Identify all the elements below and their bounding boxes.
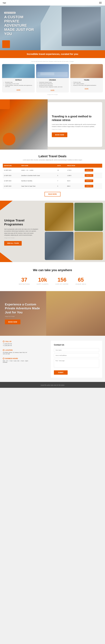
stats-heading: We can take you anywhere bbox=[3, 268, 102, 272]
prog-image-4 bbox=[74, 232, 103, 260]
table-row: 13 SEP 2023 Namibia to Namibia 7 910 € V… bbox=[3, 178, 102, 184]
contact-location-block: LOCATION 101 Block Street, 21 Avenue, Ne… bbox=[3, 349, 48, 354]
nav-menu-button[interactable] bbox=[98, 2, 102, 4]
stress-body: Lorem ipsum dolor sit amet, consectetur … bbox=[52, 124, 98, 128]
trip-days: 5 bbox=[56, 184, 66, 189]
form-message-field bbox=[54, 359, 99, 368]
card-hotels: HOTELS Breakfast daily 4 star dining on … bbox=[2, 64, 35, 92]
bullet: Private port hosts, shipboard credits, a… bbox=[39, 86, 67, 88]
view-all-tours-button[interactable]: VIEW ALL TOURS bbox=[4, 241, 22, 246]
departure-date: 13 SEP 2023 bbox=[3, 184, 20, 189]
card-cruises-bullets: Dedicated onboard hosts Private balcony … bbox=[38, 82, 67, 88]
contact-hours-text: Mon - Fri — 9 am - 6 pm, Sat — 9 am - 12… bbox=[3, 360, 48, 363]
hero-section: Image from Freepik A CUSTOM PRIVATE ADVE… bbox=[0, 6, 105, 50]
trip-price: 868 € bbox=[66, 184, 84, 189]
cards-subtitle: You can add and edit content from Templa… bbox=[2, 61, 103, 62]
experience-person-image bbox=[46, 291, 105, 336]
bullet: 200+ vetted providers bbox=[73, 83, 101, 84]
programmes-images-grid bbox=[43, 201, 105, 262]
experience-credit: Image from Freepik bbox=[5, 316, 41, 317]
banner: Incredible travel experiences, curated f… bbox=[0, 50, 105, 58]
deals-table: DEPARTURE TRIP NAME DAYS PRICE FROM 13 S… bbox=[3, 164, 102, 189]
view-trip-button[interactable]: VIEW TRIP bbox=[85, 174, 93, 177]
stress-heading: Traveling is a good method to release st… bbox=[52, 114, 98, 122]
programmes-section: Unique Travel Programmes Sed ut perspici… bbox=[0, 201, 105, 262]
stat-item-coffee: 156 CUPS OF COFFEE bbox=[55, 277, 68, 285]
footer-text: Cancel the active state entry for this b… bbox=[41, 384, 65, 386]
col-trip-name: TRIP NAME bbox=[20, 164, 56, 168]
prog-image-2 bbox=[74, 203, 103, 231]
nav-logo: logo bbox=[3, 2, 6, 4]
programmes-heading: Unique Travel Programmes bbox=[4, 218, 40, 226]
contact-phone2: +1 (234) 987-65 bbox=[3, 345, 48, 346]
cards-row: HOTELS Breakfast daily 4 star dining on … bbox=[2, 64, 103, 92]
hero-image-credit: Image from Freepik bbox=[4, 12, 16, 14]
read-more-button[interactable]: READ MORE bbox=[45, 192, 60, 196]
name-input[interactable] bbox=[54, 348, 99, 352]
departure-date: 13 SEP 2023 bbox=[3, 173, 20, 178]
bullet: Private transfers, welcome amenities and… bbox=[5, 85, 33, 87]
book-now-button[interactable]: BOOK NOW bbox=[52, 132, 67, 137]
card-cruises-title: CRUISES bbox=[38, 79, 67, 81]
trip-name: Lorem — to — Lorem bbox=[20, 168, 56, 173]
stat-number: 37 bbox=[19, 277, 30, 283]
trip-days: 7 bbox=[56, 178, 66, 184]
navbar: logo bbox=[0, 0, 105, 6]
contact-section: CALL US +1 (234) 567-89 +1 (234) 987-65 … bbox=[0, 336, 105, 382]
bullet: Exclusive shore excursions bbox=[39, 85, 67, 86]
bullet: 4 star dining on room credit bbox=[5, 83, 33, 84]
hero-heading: A CUSTOM PRIVATE ADVENTURE MADE JUST FOR… bbox=[4, 15, 39, 36]
card-tours-title: TOURS bbox=[72, 79, 101, 81]
experience-heading: Experience a Custom Private Adventure Ma… bbox=[5, 302, 41, 314]
col-departure: DEPARTURE bbox=[3, 164, 20, 168]
footer: Cancel the active state entry for this b… bbox=[0, 382, 105, 388]
form-email-field bbox=[54, 354, 99, 357]
location-icon bbox=[3, 349, 5, 351]
contact-form-title: Contact Us bbox=[54, 344, 99, 346]
bullet: Private balcony staterooms bbox=[39, 83, 67, 84]
card-hotels-bullets: Breakfast daily 4 star dining on room cr… bbox=[4, 82, 33, 87]
card-hotels-more[interactable]: MORE bbox=[17, 89, 20, 90]
deals-table-header: DEPARTURE TRIP NAME DAYS PRICE FROM bbox=[3, 164, 102, 168]
deals-section: Latest Travel Deals Lorem ipsum dolor si… bbox=[0, 150, 105, 201]
stress-orange-circle bbox=[3, 133, 15, 146]
stat-label: DESTINATIONS bbox=[19, 284, 30, 285]
form-name-field bbox=[54, 348, 99, 352]
col-days: DAYS bbox=[56, 164, 66, 168]
submit-button[interactable]: SUBMIT bbox=[54, 370, 68, 375]
view-trip-button[interactable]: VIEW TRIP bbox=[85, 180, 93, 182]
message-textarea[interactable] bbox=[54, 359, 99, 368]
table-row: 13 SEP 2023 Zanzibar to Zanzibar North C… bbox=[3, 173, 102, 178]
contact-hours-block: BUSINESS HOURS Mon - Fri — 9 am - 6 pm, … bbox=[3, 358, 48, 363]
trip-price: 1.268 € bbox=[66, 173, 84, 178]
contact-call-title: CALL US bbox=[3, 341, 48, 342]
col-action bbox=[84, 164, 102, 168]
hero-content: Image from Freepik A CUSTOM PRIVATE ADVE… bbox=[0, 6, 43, 42]
experience-book-button[interactable]: BOOK NOW bbox=[5, 320, 21, 324]
card-cruises-more[interactable]: MORE bbox=[51, 90, 54, 91]
view-trip-button[interactable]: VIEW TRIP bbox=[85, 185, 93, 188]
table-row: 13 SEP 2023 Cape Town to Cape Town 5 868… bbox=[3, 184, 102, 189]
prog-image-1 bbox=[45, 203, 73, 231]
contact-row: CALL US +1 (234) 567-89 +1 (234) 987-65 … bbox=[3, 341, 102, 378]
stat-label: UNIQUE IDEAS bbox=[75, 284, 86, 285]
stats-section: We can take you anywhere 37 DESTINATIONS… bbox=[0, 262, 105, 291]
card-hotels-title: HOTELS bbox=[4, 79, 33, 81]
stress-credit: Image from Freepik bbox=[52, 129, 98, 130]
view-trip-button[interactable]: VIEW TRIP bbox=[85, 169, 93, 172]
stress-section: Traveling is a good method to release st… bbox=[0, 99, 105, 150]
phone-icon bbox=[3, 341, 5, 342]
trip-name: Zanzibar to Zanzibar North Coast bbox=[20, 173, 56, 178]
table-row: 13 SEP 2023 Lorem — to — Lorem 15 1.723 … bbox=[3, 168, 102, 173]
contact-location-title: LOCATION bbox=[3, 349, 48, 351]
card-tours-more[interactable]: MORE bbox=[85, 88, 88, 89]
stats-row: 37 DESTINATIONS 10k HAPPY CLIENTS 156 CU… bbox=[3, 277, 102, 285]
card-tours: TOURS Preferred rates 200+ vetted provid… bbox=[70, 64, 103, 92]
programmes-credit: Images from Freepik bbox=[4, 237, 40, 238]
stat-item-clients: 10k HAPPY CLIENTS bbox=[37, 277, 48, 285]
bullet: Access to more than 2,500 global destina… bbox=[73, 85, 101, 86]
bullet: Breakfast daily bbox=[5, 82, 33, 83]
email-input[interactable] bbox=[54, 354, 99, 357]
card-cruises: CRUISES Dedicated onboard hosts Private … bbox=[36, 64, 69, 92]
contact-call-block: CALL US +1 (234) 567-89 +1 (234) 987-65 bbox=[3, 341, 48, 346]
